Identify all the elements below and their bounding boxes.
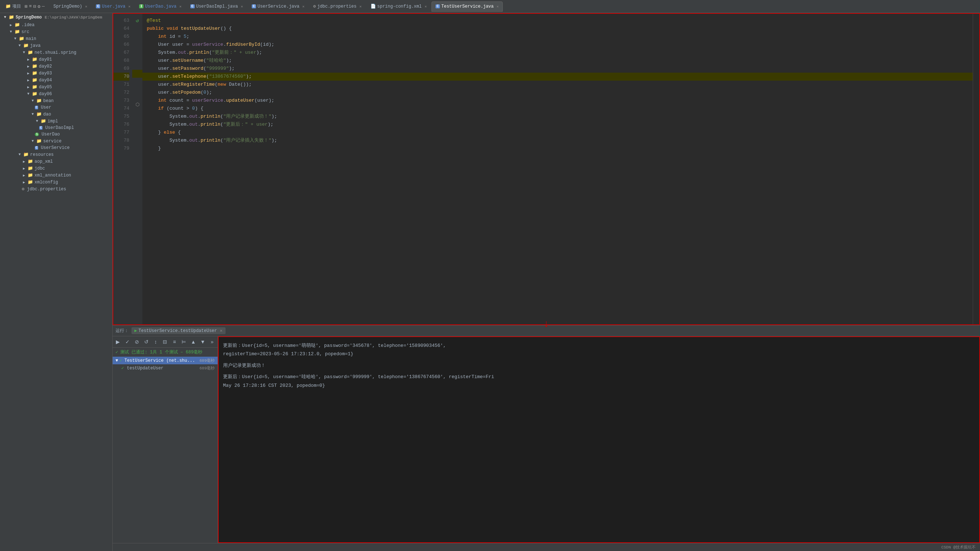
sidebar-item-xml-annotation[interactable]: ▶📁xml_annotation [0,172,112,179]
tab-project[interactable]: 📁 项目 ⊞ ≡ ⊟ ⚙ — [2,2,49,12]
run-toolbar: ▶ ✓ ⊘ ↺ ↕ ⊟ ≡ ⊨ ▲ ▼ » [113,336,218,347]
run-root-arrow: ▼ [116,358,118,363]
run-tree-root[interactable]: ▼ ✓ TestUserService (net.shu... 689毫秒 [113,357,218,364]
run-more-button[interactable]: » [208,338,216,346]
src-folder-icon: 📁 [14,29,20,35]
root-folder-icon: 📁 [9,14,14,20]
tab-testuserservice[interactable]: C TestUserService.java ✕ [431,2,503,12]
collapse-icon[interactable]: ≡ [29,4,32,10]
day03-arrow: ▶ [26,71,30,76]
output-line-3: 用户记录更新成功！ [223,361,975,370]
run-gutter-icon[interactable]: ↺ [132,14,142,22]
tab-springdemo[interactable]: SpringDemo) ✕ [49,2,91,12]
sidebar-item-userdaoimpl[interactable]: C UserDaoImpl [0,124,112,131]
run-stop-button[interactable]: ⊘ [133,338,141,346]
output-line-5: May 26 17:28:16 CST 2023, popedom=0} [223,381,975,390]
run-play-button[interactable]: ▶ [114,338,122,346]
resources-label: resources [30,152,54,157]
tab-user-close[interactable]: ✕ [128,4,130,9]
code-line-74: if (count > 0) { [147,105,968,113]
run-down-button[interactable]: ▼ [199,338,207,346]
tab-userdao[interactable]: I UserDao.java ✕ [135,2,185,12]
run-up-button[interactable]: ▲ [189,338,197,346]
code-line-69: user.setPassword("999999"); [147,65,968,73]
run-tab-close[interactable]: ✕ [220,328,222,333]
root-path: E:\spring\JAVA\SpringDem [45,15,102,20]
sidebar-item-service[interactable]: ▼📁service [0,138,112,145]
code-line-76: System.out.println("更新后：" + user); [147,121,968,129]
xml-annot-icon: 📁 [28,172,33,178]
root-arrow: ▼ [3,15,7,19]
output-line-4: 更新后：User{id=5, username='哇哈哈', password=… [223,373,975,381]
sidebar-item-aop-xml[interactable]: ▶📁aop_xml [0,158,112,165]
run-sort-button[interactable]: ↕ [152,338,160,346]
tab-userservice[interactable]: C UserService.java ✕ [248,2,309,12]
sidebar-item-xmlconfig[interactable]: ▶📁xmlconfig [0,179,112,186]
sidebar-item-impl[interactable]: ▼📁impl [0,118,112,124]
sidebar-item-day04[interactable]: ▶📁day04 [0,76,112,84]
jdbc-folder-icon: 📁 [28,166,33,171]
dao-label: dao [43,112,51,117]
tab-user[interactable]: C User.java ✕ [92,2,134,12]
sidebar-item-day02[interactable]: ▶📁day02 [0,63,112,70]
tab-testuserservice-close[interactable]: ✕ [496,4,499,9]
minimize-icon[interactable]: — [42,4,45,10]
code-panel: 63 64 65 66 67 68 69 70 71 72 73 74 75 7… [113,13,980,325]
sidebar-item-resources[interactable]: ▼📁resources [0,151,112,158]
tab-spring-config-close[interactable]: ✕ [425,4,427,9]
run-check-button[interactable]: ✓ [124,338,132,346]
sidebar-item-userservice[interactable]: C UserService [0,145,112,151]
run-tree-child[interactable]: ✓ testUpdateUser 689毫秒 [113,364,218,372]
run-rerun-button[interactable]: ↺ [142,338,150,346]
settings-icon[interactable]: ⚙ [37,4,40,10]
run-panel: 运行： ▶ TestUserService.testUpdateUser ✕ ▶… [113,325,980,543]
sidebar-item-main[interactable]: ▼ 📁 main [0,35,112,42]
sidebar-item-jdbc-props[interactable]: ⚙ jdbc.properties [0,186,112,193]
down-arrow-icon: ↓ [543,318,550,330]
tab-userdaoimpl[interactable]: C UserDaoImpl.java ✕ [186,2,247,12]
day05-icon: 📁 [32,84,37,90]
run-filter-button[interactable]: ⊟ [161,338,169,346]
tab-springdemo-close[interactable]: ✕ [85,4,87,9]
sidebar-item-idea[interactable]: ▶ 📁 .idea [0,21,112,28]
sidebar-item-day01[interactable]: ▶📁day01 [0,56,112,63]
code-editor: 63 64 65 66 67 68 69 70 71 72 73 74 75 7… [113,14,979,324]
idea-folder-icon: 📁 [14,22,20,28]
code-line-67: System.out.println("更新前：" + user); [147,49,968,57]
sidebar-item-user-class[interactable]: C User [0,104,112,111]
package-arrow: ▼ [22,51,26,54]
run-align-left-button[interactable]: ≡ [170,338,178,346]
sidebar-item-java[interactable]: ▼ 📁 java [0,42,112,49]
tab-spring-config[interactable]: 📄 spring-config.xml ✕ [366,2,431,12]
main-folder-icon: 📁 [19,36,24,41]
run-tab[interactable]: ▶ TestUserService.testUpdateUser ✕ [132,327,226,334]
tab-jdbc-label: jdbc.properties [317,4,356,9]
sidebar-item-day03[interactable]: ▶📁day03 [0,70,112,76]
jdbc-folder-arrow: ▶ [22,166,26,171]
run-align-right-button[interactable]: ⊨ [180,338,188,346]
run-output-text: 更新前：User{id=5, username='萌萌哒', password=… [223,341,975,390]
sidebar-item-jdbc-folder[interactable]: ▶📁jdbc [0,165,112,172]
sidebar-item-package[interactable]: ▼ 📁 net.shuai.spring [0,49,112,56]
service-arrow: ▼ [30,139,35,143]
tab-jdbc-close[interactable]: ✕ [359,4,361,9]
aop-label: aop_xml [35,159,52,164]
sidebar-item-day06[interactable]: ▼📁day06 [0,91,112,97]
sidebar-item-src[interactable]: ▼ 📁 src [0,28,112,35]
sidebar-item-userdao[interactable]: 1 UserDao [0,131,112,138]
day04-label: day04 [39,78,52,83]
tab-userservice-close[interactable]: ✕ [302,4,304,9]
java-arrow: ▼ [18,44,22,48]
tab-userdao-close[interactable]: ✕ [180,4,181,9]
day06-arrow: ▼ [26,92,30,96]
content-area: 63 64 65 66 67 68 69 70 71 72 73 74 75 7… [113,13,980,551]
sidebar-root[interactable]: ▼ 📁 SpringDemo E:\spring\JAVA\SpringDem [0,13,112,21]
sidebar-item-dao[interactable]: ▼📁dao [0,111,112,118]
tab-userdaoimpl-close[interactable]: ✕ [241,4,243,9]
code-text[interactable]: @Test public void testUpdateUser() { int… [142,14,973,324]
sidebar-item-day05[interactable]: ▶📁day05 [0,84,112,91]
structure-icon[interactable]: ⊞ [25,4,28,10]
sidebar-item-bean[interactable]: ▼📁bean [0,97,112,104]
expand-icon[interactable]: ⊟ [33,4,36,10]
tab-jdbc-props[interactable]: ⚙ jdbc.properties ✕ [309,2,366,12]
